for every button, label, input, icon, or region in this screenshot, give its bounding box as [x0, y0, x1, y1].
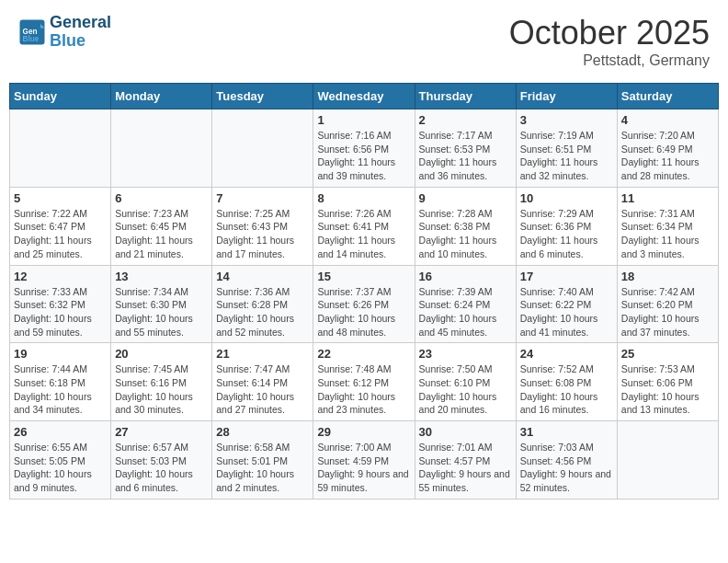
- page-header: Gen Blue General Blue October 2025 Petts…: [9, 9, 719, 74]
- day-number: 8: [317, 191, 410, 205]
- header-thursday: Thursday: [415, 84, 516, 109]
- table-row: 10Sunrise: 7:29 AMSunset: 6:36 PMDayligh…: [516, 187, 617, 265]
- table-row: 26Sunrise: 6:55 AMSunset: 5:05 PMDayligh…: [10, 421, 111, 500]
- day-info: Sunrise: 6:57 AM: [115, 441, 208, 454]
- day-info: Sunset: 6:08 PM: [520, 376, 613, 390]
- location-label: Pettstadt, Germany: [509, 52, 710, 69]
- day-info: Sunrise: 7:20 AM: [621, 129, 714, 143]
- table-row: 4Sunrise: 7:20 AMSunset: 6:49 PMDaylight…: [617, 109, 718, 188]
- day-info: Sunrise: 7:50 AM: [419, 362, 512, 376]
- day-info: Daylight: 11 hours and 17 minutes.: [216, 234, 309, 260]
- table-row: 27Sunrise: 6:57 AMSunset: 5:03 PMDayligh…: [111, 421, 212, 500]
- day-info: Sunrise: 7:01 AM: [419, 441, 512, 454]
- calendar-body: 1Sunrise: 7:16 AMSunset: 6:56 PMDaylight…: [10, 109, 719, 500]
- day-info: Sunset: 6:06 PM: [621, 376, 714, 390]
- day-info: Sunrise: 7:16 AM: [317, 129, 410, 143]
- day-info: Daylight: 9 hours and 55 minutes.: [419, 467, 512, 494]
- header-tuesday: Tuesday: [212, 84, 313, 109]
- day-info: Sunrise: 7:33 AM: [14, 285, 107, 299]
- day-info: Sunset: 6:45 PM: [115, 220, 208, 234]
- day-info: Daylight: 9 hours and 59 minutes.: [317, 467, 410, 494]
- day-number: 3: [520, 113, 613, 127]
- day-info: Daylight: 10 hours and 41 minutes.: [520, 312, 613, 339]
- table-row: 21Sunrise: 7:47 AMSunset: 6:14 PMDayligh…: [212, 343, 313, 421]
- table-row: 24Sunrise: 7:52 AMSunset: 6:08 PMDayligh…: [516, 343, 617, 421]
- day-info: Sunrise: 7:48 AM: [317, 362, 410, 376]
- day-info: Sunset: 5:03 PM: [115, 454, 208, 468]
- table-row: 3Sunrise: 7:19 AMSunset: 6:51 PMDaylight…: [516, 109, 617, 188]
- day-info: Sunset: 6:24 PM: [419, 298, 512, 312]
- day-info: Sunrise: 7:23 AM: [115, 207, 208, 221]
- day-number: 29: [317, 425, 410, 439]
- day-number: 9: [419, 191, 512, 205]
- table-row: 18Sunrise: 7:42 AMSunset: 6:20 PMDayligh…: [617, 265, 718, 343]
- table-row: 11Sunrise: 7:31 AMSunset: 6:34 PMDayligh…: [617, 187, 718, 265]
- table-row: 29Sunrise: 7:00 AMSunset: 4:59 PMDayligh…: [313, 421, 415, 500]
- day-info: Sunrise: 7:36 AM: [216, 285, 309, 299]
- day-info: Sunrise: 7:03 AM: [520, 441, 613, 454]
- day-info: Sunset: 6:12 PM: [317, 376, 410, 390]
- day-info: Daylight: 11 hours and 6 minutes.: [520, 234, 613, 260]
- day-info: Sunset: 6:49 PM: [621, 143, 714, 156]
- table-row: 17Sunrise: 7:40 AMSunset: 6:22 PMDayligh…: [516, 265, 617, 343]
- day-info: Daylight: 10 hours and 45 minutes.: [419, 312, 512, 339]
- day-info: Daylight: 10 hours and 37 minutes.: [621, 312, 714, 339]
- table-row: 30Sunrise: 7:01 AMSunset: 4:57 PMDayligh…: [415, 421, 516, 500]
- calendar-header: Sunday Monday Tuesday Wednesday Thursday…: [10, 84, 719, 109]
- header-row: Sunday Monday Tuesday Wednesday Thursday…: [10, 84, 719, 109]
- day-info: Daylight: 10 hours and 9 minutes.: [14, 467, 107, 494]
- table-row: 31Sunrise: 7:03 AMSunset: 4:56 PMDayligh…: [516, 421, 617, 500]
- day-info: Daylight: 11 hours and 32 minutes.: [520, 155, 613, 182]
- day-info: Daylight: 11 hours and 36 minutes.: [419, 155, 512, 182]
- table-row: 20Sunrise: 7:45 AMSunset: 6:16 PMDayligh…: [111, 343, 212, 421]
- day-number: 24: [520, 347, 613, 361]
- day-info: Daylight: 11 hours and 25 minutes.: [14, 234, 107, 260]
- day-info: Daylight: 10 hours and 16 minutes.: [520, 390, 613, 417]
- day-info: Daylight: 10 hours and 30 minutes.: [115, 390, 208, 417]
- day-info: Sunset: 5:01 PM: [216, 454, 309, 468]
- day-info: Daylight: 11 hours and 21 minutes.: [115, 234, 208, 260]
- day-info: Sunrise: 7:34 AM: [115, 285, 208, 299]
- day-info: Sunrise: 7:40 AM: [520, 285, 613, 299]
- day-info: Sunset: 6:38 PM: [419, 220, 512, 234]
- day-info: Sunset: 6:51 PM: [520, 143, 613, 156]
- day-info: Sunrise: 7:19 AM: [520, 129, 613, 143]
- day-number: 22: [317, 347, 410, 361]
- calendar-table: Sunday Monday Tuesday Wednesday Thursday…: [9, 83, 719, 500]
- day-info: Daylight: 11 hours and 10 minutes.: [419, 234, 512, 260]
- table-row: [617, 421, 718, 500]
- day-info: Daylight: 11 hours and 3 minutes.: [621, 234, 714, 260]
- day-number: 11: [621, 191, 714, 205]
- calendar-week-row: 12Sunrise: 7:33 AMSunset: 6:32 PMDayligh…: [10, 265, 719, 343]
- day-info: Sunset: 6:28 PM: [216, 298, 309, 312]
- day-info: Sunset: 6:34 PM: [621, 220, 714, 234]
- table-row: 15Sunrise: 7:37 AMSunset: 6:26 PMDayligh…: [313, 265, 415, 343]
- day-number: 4: [621, 113, 714, 127]
- day-info: Sunset: 4:57 PM: [419, 454, 512, 468]
- day-info: Daylight: 11 hours and 28 minutes.: [621, 155, 714, 182]
- day-number: 20: [115, 347, 208, 361]
- day-info: Sunrise: 7:44 AM: [14, 362, 107, 376]
- day-number: 18: [621, 270, 714, 283]
- table-row: 23Sunrise: 7:50 AMSunset: 6:10 PMDayligh…: [415, 343, 516, 421]
- calendar-week-row: 1Sunrise: 7:16 AMSunset: 6:56 PMDaylight…: [10, 109, 719, 188]
- day-info: Sunrise: 7:25 AM: [216, 207, 309, 221]
- table-row: 2Sunrise: 7:17 AMSunset: 6:53 PMDaylight…: [415, 109, 516, 188]
- header-wednesday: Wednesday: [313, 84, 415, 109]
- day-info: Sunset: 6:10 PM: [419, 376, 512, 390]
- day-number: 12: [14, 270, 107, 283]
- header-saturday: Saturday: [617, 84, 718, 109]
- day-number: 7: [216, 191, 309, 205]
- svg-text:Blue: Blue: [23, 35, 40, 43]
- day-info: Daylight: 10 hours and 48 minutes.: [317, 312, 410, 339]
- day-info: Sunrise: 7:42 AM: [621, 285, 714, 299]
- table-row: 1Sunrise: 7:16 AMSunset: 6:56 PMDaylight…: [313, 109, 415, 188]
- calendar-week-row: 26Sunrise: 6:55 AMSunset: 5:05 PMDayligh…: [10, 421, 719, 500]
- day-info: Sunset: 6:22 PM: [520, 298, 613, 312]
- day-info: Sunrise: 6:55 AM: [14, 441, 107, 454]
- table-row: [111, 109, 212, 188]
- table-row: 7Sunrise: 7:25 AMSunset: 6:43 PMDaylight…: [212, 187, 313, 265]
- day-info: Daylight: 10 hours and 13 minutes.: [621, 390, 714, 417]
- day-number: 27: [115, 425, 208, 439]
- day-info: Sunset: 5:05 PM: [14, 454, 107, 468]
